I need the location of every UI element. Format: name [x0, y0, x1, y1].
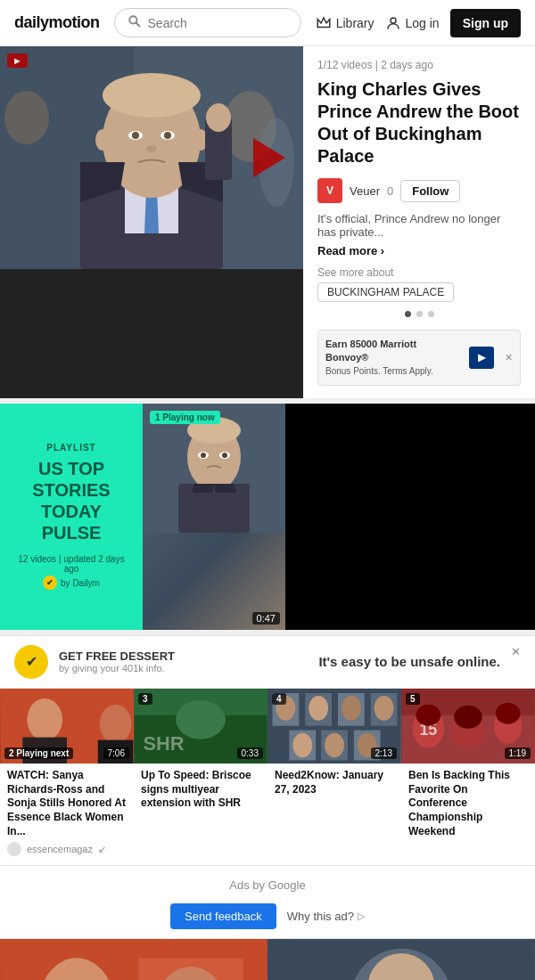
hero-meta: 1/12 videos | 2 days ago: [317, 59, 521, 71]
hero-ad-close[interactable]: ✕: [505, 352, 513, 363]
svg-point-38: [100, 705, 132, 744]
library-button[interactable]: Library: [316, 15, 374, 31]
read-more-link[interactable]: Read more ›: [317, 244, 521, 257]
hero-ad-content: Earn 85000 Marriott Bonvoy® Bonus Points…: [325, 338, 462, 378]
feedback-row: Send feedback Why this ad? ▷: [0, 896, 535, 938]
hero-info: 1/12 videos | 2 days ago King Charles Gi…: [303, 46, 535, 398]
svg-point-3: [391, 18, 396, 23]
login-button[interactable]: Log in: [385, 15, 440, 31]
svg-point-52: [374, 696, 394, 721]
logo: dailymotion: [14, 13, 100, 32]
why-ad-icon: ▷: [358, 911, 365, 922]
ad-banner-headline: GET FREE DESSERT: [59, 649, 308, 663]
playlist-by: ✔ by Dailym: [43, 576, 100, 590]
svg-marker-30: [214, 484, 236, 493]
video-thumb-3[interactable]: 4 2:13: [268, 689, 401, 764]
follow-button[interactable]: Follow: [400, 180, 460, 202]
video-card-2: SHR 3 0:33 Up To Speed: Briscoe signs mu…: [134, 689, 268, 865]
svg-point-65: [416, 705, 440, 726]
channel-dots: 0: [387, 184, 393, 198]
svg-point-36: [27, 698, 62, 741]
video-badge-1: 2 Playing next: [4, 747, 73, 759]
video-card-4: 15 5 1:19 Ben Is Backing This Favorite O…: [401, 689, 535, 865]
see-more-label: See more about: [317, 266, 521, 279]
playlist-thumb-image: [143, 404, 285, 630]
video-title-4: Ben Is Backing This Favorite On Conferen…: [408, 769, 528, 838]
video-channel-row-1: essencemagaz ↙: [7, 842, 127, 856]
hero-play-icon[interactable]: [253, 138, 285, 177]
ads-by-google-label: Ads by Google: [229, 878, 305, 892]
playlist-thumbnail[interactable]: 1 Playing now 0:47 King Charles Gives Pr…: [143, 404, 285, 630]
hero-ad-sub: Bonus Points. Terms Apply.: [325, 365, 462, 378]
svg-point-34: [222, 453, 227, 458]
why-ad-link[interactable]: Why this ad? ▷: [287, 910, 365, 923]
hero-video[interactable]: ►: [0, 46, 303, 398]
video-title-2: Up To Speed: Briscoe signs multiyear ext…: [141, 769, 260, 811]
bottom-card-right[interactable]: [268, 939, 535, 980]
bottom-row: [0, 938, 535, 980]
playlist-title: US TOP STORIES TODAY PULSE: [12, 458, 130, 543]
svg-point-17: [164, 132, 171, 139]
search-input[interactable]: [148, 16, 288, 30]
video-thumb-2[interactable]: SHR 3 0:33: [134, 689, 268, 764]
svg-point-56: [325, 732, 344, 757]
ad-banner-subline: by giving your 401k info.: [59, 663, 308, 674]
playlist-duration: 0:47: [252, 612, 280, 625]
buckingham-tag[interactable]: BUCKINGHAM PALACE: [317, 282, 454, 302]
svg-point-48: [309, 696, 328, 721]
video-info-4: Ben Is Backing This Favorite On Conferen…: [401, 764, 535, 851]
bottom-card-left[interactable]: [0, 939, 268, 980]
video-number-3: 4: [272, 693, 286, 705]
video-number-4: 5: [406, 693, 420, 705]
ad-banner-close[interactable]: ✕: [511, 645, 521, 658]
svg-point-67: [496, 703, 521, 724]
hero-pagination: [317, 311, 521, 317]
video-duration-2: 0:33: [237, 747, 263, 759]
send-feedback-button[interactable]: Send feedback: [170, 903, 276, 929]
hero-ad: Earn 85000 Marriott Bonvoy® Bonus Points…: [317, 330, 521, 386]
ads-by-google: Ads by Google: [0, 866, 535, 896]
ad-banner-text: GET FREE DESSERT by giving your 401k inf…: [59, 649, 308, 674]
signup-button[interactable]: Sign up: [450, 9, 521, 37]
svg-point-43: [176, 700, 226, 739]
playlist-card[interactable]: PLAYLIST US TOP STORIES TODAY PULSE 12 v…: [0, 404, 143, 630]
search-icon: [128, 14, 141, 31]
hero-ad-cta[interactable]: ▶: [469, 347, 494, 369]
bottom-thumb-right: [268, 939, 535, 980]
video-card-1: 2 Playing next 7:06 WATCH: Sanya Richard…: [0, 689, 134, 865]
video-info-1: WATCH: Sanya Richards-Ross and Sonja Sti…: [0, 764, 134, 865]
hero-dot-1[interactable]: [405, 311, 411, 317]
hero-dot-3[interactable]: [428, 311, 434, 317]
hero-dot-2[interactable]: [416, 311, 423, 317]
channel-icon-1: [7, 842, 21, 856]
svg-point-24: [206, 103, 231, 132]
svg-point-50: [342, 696, 361, 721]
video-title-1: WATCH: Sanya Richards-Ross and Sonja Sti…: [7, 769, 127, 838]
playlist-black-panel: [285, 404, 535, 630]
svg-point-33: [201, 453, 206, 458]
svg-rect-28: [178, 484, 250, 533]
svg-point-19: [95, 129, 110, 151]
svg-marker-29: [192, 484, 214, 493]
video-thumb-1[interactable]: 2 Playing next 7:06: [0, 689, 134, 764]
video-title-3: Need2Know: January 27, 2023: [275, 769, 394, 796]
channel-name: Veuer: [350, 184, 380, 198]
svg-line-1: [136, 23, 139, 27]
bottom-thumb-left: [0, 939, 268, 980]
svg-point-6: [4, 91, 49, 144]
video-card-3: 4 2:13 Need2Know: January 27, 2023: [268, 689, 401, 865]
header-actions: Library Log in Sign up: [316, 9, 521, 37]
playing-now-badge: 1 Playing now: [150, 411, 220, 424]
video-duration-1: 7:06: [103, 747, 129, 759]
video-number-2: 3: [138, 693, 152, 705]
hero-description: It's official, Prince Andrew no longer h…: [317, 212, 521, 239]
channel-arrow-1: ↙: [98, 844, 106, 855]
header: dailymotion Library Log in Sign up: [0, 0, 535, 46]
ad-banner: ✔ GET FREE DESSERT by giving your 401k i…: [0, 635, 535, 689]
video-thumb-4[interactable]: 15 5 1:19: [401, 689, 535, 764]
search-bar[interactable]: [114, 8, 301, 37]
video-duration-4: 1:19: [505, 747, 531, 759]
video-info-2: Up To Speed: Briscoe signs multiyear ext…: [134, 764, 268, 823]
svg-point-54: [292, 732, 312, 757]
hero-channel: V Veuer 0 Follow: [317, 178, 521, 203]
